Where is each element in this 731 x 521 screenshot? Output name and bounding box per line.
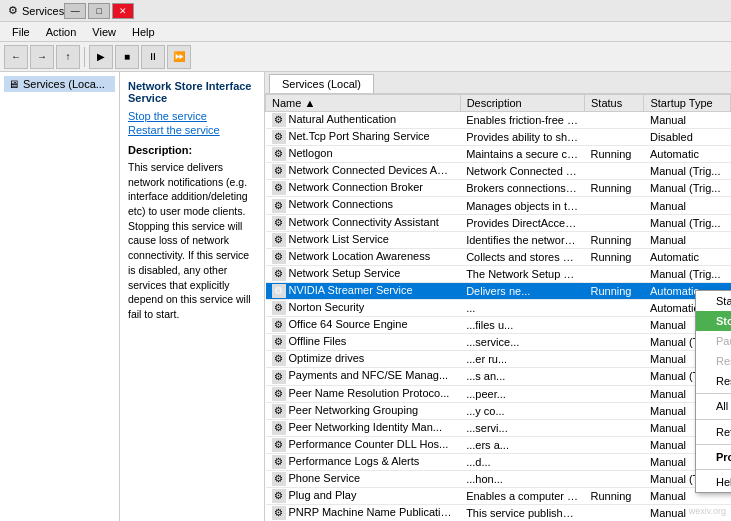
desc-text: This service delivers network notificati… — [128, 160, 256, 322]
tab-bar: Services (Local) — [265, 72, 731, 94]
cell-desc: ...y co... — [460, 402, 584, 419]
table-row[interactable]: ⚙Network Connected Devices Auto-Set...Ne… — [266, 163, 731, 180]
table-row[interactable]: ⚙Performance Counter DLL Hos......ers a.… — [266, 436, 731, 453]
ctx-sep-4 — [696, 469, 731, 470]
close-button[interactable]: ✕ — [112, 3, 134, 19]
table-row[interactable]: ⚙PNRP Machine Name Publication Serv...Th… — [266, 505, 731, 521]
forward-button[interactable]: → — [30, 45, 54, 69]
title-bar-icon: ⚙ — [8, 4, 18, 17]
restart-button[interactable]: ⏩ — [167, 45, 191, 69]
cell-desc: Brokers connections t... — [460, 180, 584, 197]
ctx-resume: Resume — [696, 351, 731, 371]
service-icon: ⚙ — [272, 284, 286, 298]
ctx-all-tasks[interactable]: All Tasks ▶ — [696, 396, 731, 417]
ctx-refresh[interactable]: Refresh — [696, 422, 731, 442]
table-row[interactable]: ⚙Payments and NFC/SE Manag......s an...M… — [266, 368, 731, 385]
cell-status — [585, 470, 644, 487]
cell-startup: Automatic — [644, 146, 731, 163]
table-row[interactable]: ⚙Network Connection BrokerBrokers connec… — [266, 180, 731, 197]
service-icon: ⚙ — [272, 233, 286, 247]
table-row[interactable]: ⚙Optimize drives...er ru...Manual — [266, 351, 731, 368]
menu-file[interactable]: File — [4, 24, 38, 40]
menu-help[interactable]: Help — [124, 24, 163, 40]
table-row[interactable]: ⚙Norton Security...Automatic — [266, 300, 731, 317]
table-row[interactable]: ⚙Network Setup ServiceThe Network Setup … — [266, 265, 731, 282]
service-icon: ⚙ — [272, 216, 286, 230]
cell-name: ⚙Plug and Play — [266, 488, 461, 505]
tab-services-local[interactable]: Services (Local) — [269, 74, 374, 93]
cell-desc: ...s an... — [460, 368, 584, 385]
table-row[interactable]: ⚙Plug and PlayEnables a computer to...Ru… — [266, 488, 731, 505]
cell-desc: Manages objects in th... — [460, 197, 584, 214]
cell-startup: Manual — [644, 112, 731, 129]
cell-status — [585, 112, 644, 129]
table-row[interactable]: ⚙Phone Service...hon...Manual (Trig... — [266, 470, 731, 487]
cell-desc: Enables a computer to... — [460, 488, 584, 505]
cell-name: ⚙Network Connection Broker — [266, 180, 461, 197]
table-row[interactable]: ⚙Network List ServiceIdentifies the netw… — [266, 231, 731, 248]
cell-desc: ...ers a... — [460, 436, 584, 453]
table-row[interactable]: ⚙Office 64 Source Engine...files u...Man… — [266, 317, 731, 334]
ctx-properties[interactable]: Properties — [696, 447, 731, 467]
maximize-button[interactable]: □ — [88, 3, 110, 19]
cell-startup: Disabled — [644, 129, 731, 146]
cell-desc: ...er ru... — [460, 351, 584, 368]
table-row[interactable]: ⚙Peer Networking Identity Man......servi… — [266, 419, 731, 436]
col-header-name[interactable]: Name ▲ — [266, 95, 461, 112]
ctx-start[interactable]: Start — [696, 291, 731, 311]
cell-status — [585, 368, 644, 385]
cell-status — [585, 385, 644, 402]
tree-item-services[interactable]: 🖥 Services (Loca... — [4, 76, 115, 92]
cell-desc: Enables friction-free a... — [460, 112, 584, 129]
table-row[interactable]: ⚙NetlogonMaintains a secure cha...Runnin… — [266, 146, 731, 163]
cell-name: ⚙Payments and NFC/SE Manag... — [266, 368, 461, 385]
table-row[interactable]: ⚙Network Location AwarenessCollects and … — [266, 248, 731, 265]
table-row[interactable]: ⚙Network Connectivity AssistantProvides … — [266, 214, 731, 231]
menu-view[interactable]: View — [84, 24, 124, 40]
col-header-desc[interactable]: Description — [460, 95, 584, 112]
service-icon: ⚙ — [272, 421, 286, 435]
table-row[interactable]: ⚙Network ConnectionsManages objects in t… — [266, 197, 731, 214]
table-row[interactable]: ⚙Peer Name Resolution Protoco......peer.… — [266, 385, 731, 402]
col-header-startup[interactable]: Startup Type — [644, 95, 731, 112]
service-icon: ⚙ — [272, 113, 286, 127]
stop-link[interactable]: Stop the service — [128, 110, 256, 122]
cell-name: ⚙Performance Logs & Alerts — [266, 453, 461, 470]
table-row[interactable]: ⚙Net.Tcp Port Sharing ServiceProvides ab… — [266, 129, 731, 146]
cell-desc: ...servi... — [460, 419, 584, 436]
play-button[interactable]: ▶ — [89, 45, 113, 69]
service-icon: ⚙ — [272, 404, 286, 418]
table-row[interactable]: ⚙Offline Files...service...Manual (Trig.… — [266, 334, 731, 351]
ctx-help[interactable]: Help — [696, 472, 731, 492]
back-button[interactable]: ← — [4, 45, 28, 69]
cell-desc: ... — [460, 300, 584, 317]
cell-startup: Manual (Trig... — [644, 214, 731, 231]
toolbar: ← → ↑ ▶ ■ ⏸ ⏩ — [0, 42, 731, 72]
table-row[interactable]: ⚙Natural AuthenticationEnables friction-… — [266, 112, 731, 129]
stop-button[interactable]: ■ — [115, 45, 139, 69]
watermark: wexiv.org — [689, 506, 726, 516]
col-header-status[interactable]: Status — [585, 95, 644, 112]
cell-status — [585, 317, 644, 334]
menu-action[interactable]: Action — [38, 24, 85, 40]
minimize-button[interactable]: — — [64, 3, 86, 19]
cell-name: ⚙Netlogon — [266, 146, 461, 163]
ctx-sep-1 — [696, 393, 731, 394]
cell-status: Running — [585, 180, 644, 197]
table-scroll[interactable]: Name ▲ Description Status Startup Type ⚙… — [265, 94, 731, 521]
cell-startup: Manual — [644, 197, 731, 214]
up-button[interactable]: ↑ — [56, 45, 80, 69]
window-controls[interactable]: — □ ✕ — [64, 3, 134, 19]
service-icon: ⚙ — [272, 472, 286, 486]
table-row[interactable]: ⚙Performance Logs & Alerts...d...Manual — [266, 453, 731, 470]
ctx-stop[interactable]: Stop — [696, 311, 731, 331]
ctx-restart[interactable]: Restart — [696, 371, 731, 391]
ctx-all-tasks-label: All Tasks — [716, 400, 731, 413]
tree-panel: 🖥 Services (Loca... — [0, 72, 120, 521]
restart-link[interactable]: Restart the service — [128, 124, 256, 136]
cell-name: ⚙Optimize drives — [266, 351, 461, 368]
table-row[interactable]: ⚙Peer Networking Grouping...y co...Manua… — [266, 402, 731, 419]
cell-desc: Provides ability to sha... — [460, 129, 584, 146]
table-row[interactable]: ⚙NVIDIA Streamer ServiceDelivers ne...Ru… — [266, 282, 731, 299]
pause-button[interactable]: ⏸ — [141, 45, 165, 69]
